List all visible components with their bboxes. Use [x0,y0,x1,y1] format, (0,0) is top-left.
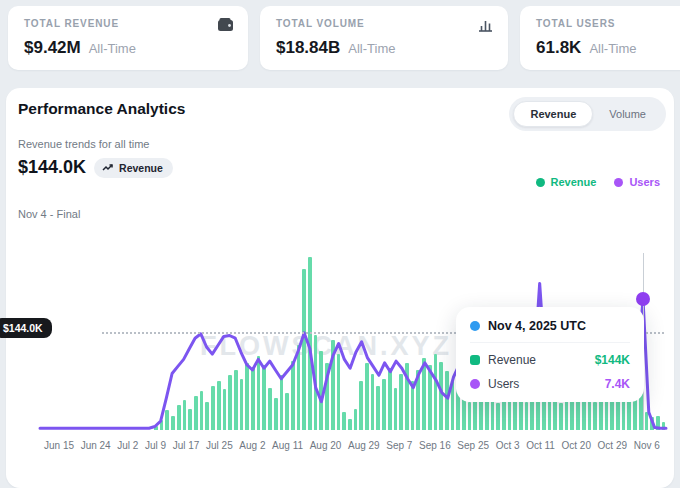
stat-card-label: TOTAL REVENUE [24,18,234,29]
x-axis-label: Jun 24 [81,440,111,451]
x-axis-label: Jul 25 [206,440,233,451]
bar-chart-icon [478,18,494,32]
x-axis-label: Nov 6 [634,440,660,451]
x-axis-label: Jun 15 [44,440,74,451]
x-axis-label: Aug 29 [348,440,380,451]
revenue-volume-toggle: Revenue Volume [509,97,666,131]
chart-area[interactable]: FLOWSCAN.XYZ Nov 4, 2025 UTC Revenue $14… [14,243,668,435]
x-axis-label: Oct 20 [562,440,591,451]
x-axis-label: Oct 11 [526,440,555,451]
panel-subtitle: Revenue trends for all time [18,138,149,150]
stat-card-total-volume: TOTAL VOLUME $18.84B All-Time [260,6,508,70]
chart-plot: Nov 4, 2025 UTC Revenue $144K Users 7.4K [40,247,666,430]
stat-card-total-users: TOTAL USERS 61.8K All-Time [520,6,680,70]
x-axis-label: Sep 16 [419,440,451,451]
period-label: Nov 4 - Final [18,208,80,220]
stat-card-period: All-Time [589,41,636,56]
stat-card-value: 61.8K [536,38,581,58]
legend-users-dot-icon [614,178,623,187]
headline-revenue-badge: Revenue [94,158,173,178]
x-axis-label: Jul 17 [173,440,200,451]
stat-card-value: $9.42M [24,38,81,58]
headline-badge-label: Revenue [119,162,163,174]
x-axis-label: Aug 11 [272,440,303,451]
tooltip-revenue-value: $144K [595,353,630,367]
tooltip-date-dot-icon [470,321,480,331]
x-axis-label: Oct 3 [496,440,520,451]
wallet-icon [218,18,234,32]
tooltip-revenue-row: Revenue $144K [470,353,630,367]
tooltip-users-value: 7.4K [605,377,630,391]
trend-up-icon [102,163,114,172]
legend-revenue-dot-icon [536,178,545,187]
x-axis-label: Jul 2 [117,440,138,451]
tooltip-users-row: Users 7.4K [470,377,630,391]
toggle-option-volume[interactable]: Volume [593,102,662,126]
tooltip-revenue-dot-icon [470,355,480,365]
stat-card-total-revenue: TOTAL REVENUE $9.42M All-Time [8,6,248,70]
headline: $144.0K Revenue [18,157,173,178]
x-axis-label: Aug 20 [310,440,342,451]
headline-value: $144.0K [18,157,86,178]
stat-card-value: $18.84B [276,38,340,58]
stat-card-period: All-Time [348,41,395,56]
tooltip-revenue-label: Revenue [488,353,536,367]
x-axis-label: Sep 7 [386,440,412,451]
legend-revenue-label: Revenue [551,176,597,188]
tooltip-date-row: Nov 4, 2025 UTC [470,319,630,343]
tooltip-date: Nov 4, 2025 UTC [488,319,586,333]
stat-card-label: TOTAL USERS [536,18,680,29]
tooltip-users-label: Users [488,377,519,391]
x-axis-labels: Jun 15Jun 24Jul 2Jul 9Jul 17Jul 25Aug 2A… [44,440,660,451]
legend-item-users: Users [614,176,660,188]
performance-analytics-panel: Performance Analytics Revenue Volume Rev… [6,88,674,488]
stat-card-period: All-Time [89,41,136,56]
page-title: Performance Analytics [18,100,185,118]
reference-value-badge: $144.0K [0,318,52,338]
stat-card-label: TOTAL VOLUME [276,18,494,29]
legend-users-label: Users [629,176,660,188]
x-axis-label: Sep 25 [457,440,489,451]
legend-item-revenue: Revenue [536,176,597,188]
x-axis-label: Oct 29 [598,440,627,451]
x-axis-label: Jul 9 [145,440,166,451]
chart-legend: Revenue Users [536,176,660,188]
x-axis-label: Aug 2 [239,440,265,451]
toggle-option-revenue[interactable]: Revenue [513,101,593,127]
highlight-point-dot [636,292,650,306]
tooltip-users-dot-icon [470,379,480,389]
stat-cards-row: TOTAL REVENUE $9.42M All-Time TOTAL VOLU… [8,6,680,70]
chart-tooltip: Nov 4, 2025 UTC Revenue $144K Users 7.4K [456,307,644,402]
